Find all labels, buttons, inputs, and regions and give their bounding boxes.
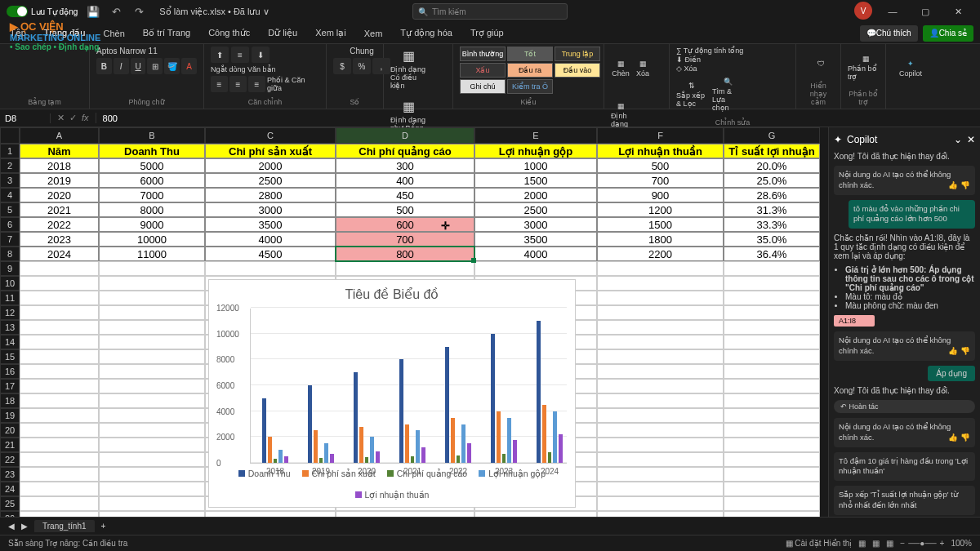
insert-button[interactable]: ▦Chèn <box>611 47 630 91</box>
find-select-button[interactable]: 🔍Tìm & Lựa chọn <box>712 73 743 117</box>
tab-layout[interactable]: Bố trí Trang <box>140 26 194 40</box>
view-page-icon[interactable]: ▦ <box>872 539 880 548</box>
search-input[interactable]: 🔍Tìm kiếm <box>412 3 568 20</box>
select-all-corner[interactable] <box>0 127 20 144</box>
cell[interactable]: 300 <box>336 158 474 173</box>
cell[interactable]: 35.0% <box>724 232 820 247</box>
col-header-F[interactable]: F <box>597 127 724 144</box>
cell[interactable]: 600 <box>336 217 474 232</box>
cell[interactable]: 2500 <box>205 173 336 188</box>
cell[interactable]: 1500 <box>474 173 597 188</box>
copilot-ribbon-button[interactable]: ✦Copilot <box>893 47 929 91</box>
cell-header[interactable]: Doanh Thu <box>99 144 205 158</box>
sensitivity-button[interactable]: 🛡 <box>803 47 839 80</box>
cell[interactable] <box>724 349 820 364</box>
cell[interactable]: 31.3% <box>724 202 820 217</box>
fx-icon[interactable]: fx <box>82 113 89 123</box>
cell[interactable] <box>99 482 205 496</box>
minimize-icon[interactable]: — <box>877 2 908 21</box>
cell[interactable]: 5000 <box>99 158 205 173</box>
cell[interactable] <box>99 452 205 467</box>
tab-nav-next[interactable]: ▶ <box>21 522 28 531</box>
cell[interactable] <box>20 408 99 423</box>
row-header[interactable]: 3 <box>0 173 20 188</box>
cell[interactable] <box>724 320 820 335</box>
style-input[interactable]: Đầu vào <box>555 63 600 78</box>
cell[interactable]: 900 <box>597 188 724 202</box>
cell[interactable] <box>597 423 724 438</box>
underline-button[interactable]: U <box>131 58 146 74</box>
cell[interactable] <box>20 393 99 408</box>
cell[interactable]: 9000 <box>99 217 205 232</box>
cell[interactable] <box>724 482 820 496</box>
cell[interactable] <box>597 438 724 452</box>
cell[interactable] <box>99 438 205 452</box>
cell[interactable] <box>20 423 99 438</box>
cell-header[interactable]: Chi phí quảng cáo <box>336 144 474 158</box>
cell[interactable]: 2023 <box>20 232 99 247</box>
cell[interactable] <box>724 408 820 423</box>
tab-nav-prev[interactable]: ◀ <box>8 522 15 531</box>
cell[interactable] <box>99 379 205 393</box>
col-header-E[interactable]: E <box>474 127 597 144</box>
cell[interactable] <box>99 423 205 438</box>
cell[interactable]: 3000 <box>205 202 336 217</box>
cell[interactable] <box>597 349 724 364</box>
cell[interactable]: 2021 <box>20 202 99 217</box>
wrap-text[interactable]: Ngắt dòng Văn bản <box>211 65 276 73</box>
tab-data[interactable]: Dữ liệu <box>265 26 301 40</box>
row-header[interactable]: 8 <box>0 247 20 261</box>
row-header[interactable]: 14 <box>0 335 20 349</box>
clear-button[interactable]: ◇ Xóa <box>676 64 697 73</box>
fill-color-button[interactable]: 🪣 <box>164 58 180 74</box>
cell[interactable] <box>724 291 820 305</box>
apply-button[interactable]: Áp dụng <box>928 366 975 381</box>
cell[interactable] <box>336 261 474 276</box>
cell[interactable] <box>474 261 597 276</box>
cell[interactable] <box>597 291 724 305</box>
tab-formulas[interactable]: Công thức <box>205 26 253 40</box>
style-output[interactable]: Đầu ra <box>507 63 553 78</box>
row-header[interactable]: 20 <box>0 423 20 438</box>
cell[interactable]: 3000 <box>474 217 597 232</box>
percent-button[interactable]: % <box>353 58 371 74</box>
cell[interactable]: 3500 <box>205 217 336 232</box>
number-format[interactable]: Chung <box>350 47 373 56</box>
view-normal-icon[interactable]: ▦ <box>858 539 866 548</box>
cell[interactable] <box>597 276 724 291</box>
row-header[interactable]: 16 <box>0 364 20 379</box>
tab-help[interactable]: Trợ giúp <box>467 26 507 40</box>
formula-input[interactable]: 800 <box>96 113 124 123</box>
cell[interactable]: 2020 <box>20 188 99 202</box>
cell[interactable] <box>597 320 724 335</box>
cell[interactable]: 1800 <box>597 232 724 247</box>
row-header[interactable]: 19 <box>0 408 20 423</box>
name-box[interactable]: D8 <box>0 113 51 123</box>
cell[interactable] <box>724 438 820 452</box>
cell[interactable] <box>99 320 205 335</box>
cell[interactable] <box>597 452 724 467</box>
cell[interactable] <box>724 305 820 320</box>
tab-view[interactable]: Xem <box>361 27 386 40</box>
cell[interactable] <box>724 276 820 291</box>
avatar[interactable]: V <box>854 2 872 20</box>
cell-header[interactable]: Lợi nhuận gộp <box>474 144 597 158</box>
zoom-level[interactable]: 100% <box>951 539 972 548</box>
font-name[interactable]: Aptos Narrow <box>96 47 146 56</box>
row-header[interactable]: 23 <box>0 467 20 482</box>
cell[interactable]: 2800 <box>205 188 336 202</box>
align-left[interactable]: ≡ <box>211 76 228 92</box>
cell[interactable]: 10000 <box>99 232 205 247</box>
cell[interactable] <box>99 496 205 511</box>
cell[interactable]: 500 <box>597 158 724 173</box>
row-header[interactable]: 21 <box>0 438 20 452</box>
border-button[interactable]: ⊞ <box>147 58 163 74</box>
cell[interactable] <box>20 261 99 276</box>
cell[interactable]: 4500 <box>205 247 336 261</box>
cell[interactable] <box>99 364 205 379</box>
cell[interactable]: 25.0% <box>724 173 820 188</box>
cell[interactable]: 2019 <box>20 173 99 188</box>
row-header[interactable]: 5 <box>0 202 20 217</box>
cell[interactable] <box>99 511 205 517</box>
cell[interactable]: 400 <box>336 173 474 188</box>
